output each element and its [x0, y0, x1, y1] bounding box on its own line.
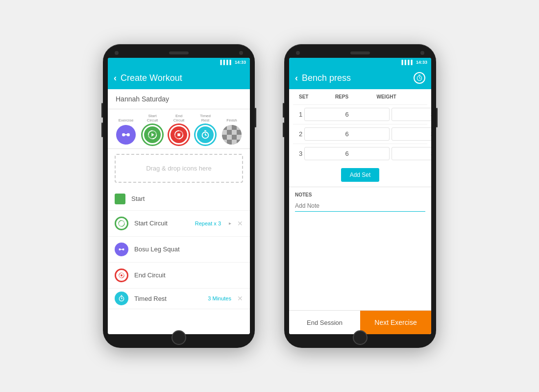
- phone-top-bar: [108, 51, 250, 58]
- svg-rect-17: [232, 130, 237, 135]
- back-button[interactable]: ‹: [114, 73, 117, 83]
- weight-input-3[interactable]: [392, 147, 431, 160]
- reps-input-3[interactable]: [304, 147, 390, 160]
- add-set-button[interactable]: Add Set: [341, 168, 380, 182]
- timed-rest-label: TimedRest: [200, 114, 211, 123]
- bosu-name: Bosu Leg Squat: [134, 245, 243, 253]
- workout-name-input[interactable]: [108, 89, 250, 109]
- svg-rect-23: [222, 140, 227, 145]
- right-back-button[interactable]: ‹: [295, 73, 298, 83]
- start-circuit-list-icon: [115, 217, 128, 230]
- svg-rect-15: [222, 130, 227, 135]
- scene: ▌▌▌▌ 14:33 ‹ Create Workout Exercise: [0, 0, 539, 392]
- svg-rect-4: [128, 133, 130, 136]
- right-status-bar: ▌▌▌▌ 14:33: [289, 58, 431, 67]
- list-item[interactable]: Start Circuit Repeat x 3 ▸ ✕: [108, 211, 250, 237]
- start-circuit-close[interactable]: ✕: [237, 220, 243, 227]
- right-power[interactable]: [436, 108, 438, 127]
- svg-rect-21: [232, 135, 237, 140]
- toolbar-timed-rest[interactable]: TimedRest: [196, 114, 215, 145]
- sets-table: SET REPS WEIGHT 1 kg 2: [289, 89, 431, 163]
- svg-rect-16: [227, 130, 232, 135]
- exercise-label: Exercise: [119, 119, 134, 123]
- toolbar-start-circuit[interactable]: StartCircuit: [143, 114, 162, 145]
- start-circuit-icon[interactable]: [143, 125, 162, 145]
- right-vol-up[interactable]: [283, 103, 284, 118]
- signal-icon: ▌▌▌▌: [220, 60, 233, 65]
- right-signal: ▌▌▌▌: [401, 60, 414, 65]
- edit-indicator: ▸: [229, 220, 231, 226]
- next-exercise-button[interactable]: Next Exercise: [360, 311, 431, 334]
- right-phone: ▌▌▌▌ 14:33 ‹ Bench press: [284, 44, 436, 348]
- notes-section: NOTES: [289, 187, 431, 214]
- svg-rect-32: [121, 274, 122, 276]
- svg-rect-18: [237, 130, 242, 135]
- end-circuit-name: End Circuit: [134, 271, 243, 279]
- right-vol-down[interactable]: [283, 122, 284, 137]
- right-app-bar: ‹ Bench press: [289, 67, 431, 89]
- timed-rest-icon[interactable]: [196, 125, 215, 145]
- svg-rect-24: [227, 140, 232, 145]
- svg-rect-26: [237, 140, 242, 145]
- reps-input-1[interactable]: [304, 108, 390, 121]
- vol-down-button[interactable]: [101, 122, 103, 137]
- timer-icon[interactable]: [414, 72, 425, 84]
- end-circuit-label: EndCircuit: [173, 114, 185, 123]
- left-phone: ▌▌▌▌ 14:33 ‹ Create Workout Exercise: [103, 44, 255, 348]
- end-session-button[interactable]: End Session: [289, 311, 360, 334]
- list-item[interactable]: Start: [108, 188, 250, 211]
- toolbar-end-circuit[interactable]: EndCircuit: [169, 114, 189, 145]
- exercise-icon[interactable]: [116, 125, 136, 145]
- col-weight-header: WEIGHT: [365, 94, 408, 99]
- right-front-camera: [296, 51, 300, 55]
- svg-rect-30: [119, 248, 120, 250]
- col-unit-header: [410, 94, 421, 99]
- power-button[interactable]: [255, 108, 256, 127]
- svg-rect-14: [237, 125, 242, 130]
- drag-drop-zone[interactable]: Drag & drop icons here: [115, 154, 243, 183]
- svg-rect-19: [222, 135, 227, 140]
- set-number-1: 1: [299, 111, 302, 118]
- svg-rect-12: [227, 125, 232, 130]
- start-icon: [115, 194, 125, 204]
- svg-rect-2: [123, 134, 128, 135]
- reps-input-2[interactable]: [304, 127, 390, 141]
- table-row: 3 kg: [293, 144, 427, 163]
- svg-rect-29: [120, 249, 123, 249]
- sensor: [239, 51, 243, 55]
- notes-input[interactable]: [295, 200, 425, 212]
- toolbar-exercise[interactable]: Exercise: [116, 119, 136, 145]
- speaker: [169, 51, 189, 54]
- home-button[interactable]: [172, 330, 186, 345]
- vol-up-button[interactable]: [101, 103, 103, 118]
- right-sensor: [420, 51, 424, 55]
- end-circuit-icon[interactable]: [169, 125, 189, 145]
- svg-rect-22: [237, 135, 242, 140]
- right-phone-bottom: [289, 334, 431, 341]
- finish-icon[interactable]: [222, 125, 242, 145]
- list-item[interactable]: Timed Rest 3 Minutes ✕: [108, 289, 250, 309]
- right-home-button[interactable]: [353, 330, 368, 345]
- svg-rect-20: [227, 135, 232, 140]
- toolbar-finish[interactable]: Finish: [222, 119, 242, 145]
- left-screen: ▌▌▌▌ 14:33 ‹ Create Workout Exercise: [108, 58, 250, 334]
- list-item[interactable]: Bosu Leg Squat: [108, 237, 250, 263]
- end-circuit-list-icon: [115, 269, 128, 282]
- time: 14:33: [235, 60, 246, 65]
- weight-input-2[interactable]: [392, 127, 431, 141]
- table-row: 1 kg: [293, 104, 427, 124]
- status-bar: ▌▌▌▌ 14:33: [108, 58, 250, 67]
- col-set-header: SET: [299, 94, 318, 99]
- svg-rect-3: [122, 133, 124, 136]
- start-circuit-label: StartCircuit: [147, 114, 158, 123]
- set-number-2: 2: [299, 130, 302, 138]
- right-screen-content: SET REPS WEIGHT 1 kg 2: [289, 89, 431, 334]
- page-title: Create Workout: [121, 73, 244, 83]
- timed-rest-badge: 3 Minutes: [208, 295, 231, 301]
- timed-rest-close[interactable]: ✕: [237, 294, 243, 302]
- start-name: Start: [131, 195, 243, 202]
- right-time: 14:33: [416, 60, 427, 65]
- table-header: SET REPS WEIGHT: [293, 89, 427, 104]
- list-item[interactable]: End Circuit: [108, 263, 250, 289]
- weight-input-1[interactable]: [392, 108, 431, 121]
